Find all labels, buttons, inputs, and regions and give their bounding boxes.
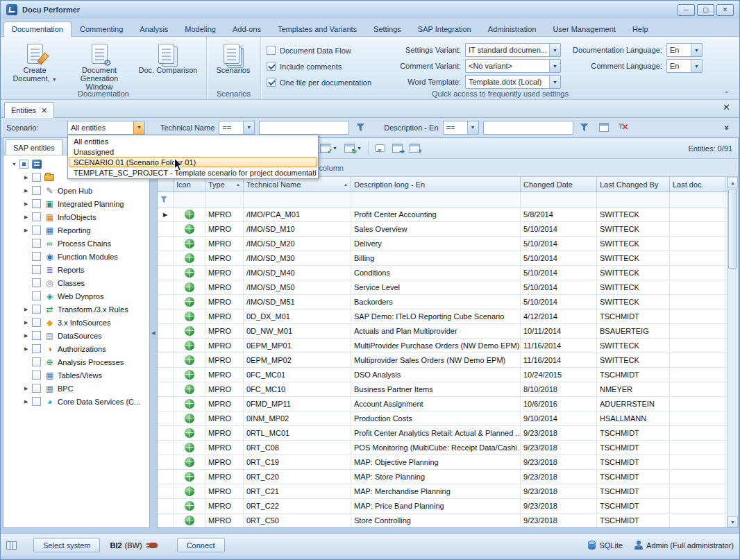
table-row[interactable]: ▶MPRO/IMO/PCA_M01Profit Center Accountin… xyxy=(158,207,727,222)
doc-comparison-button[interactable]: Doc. Comparison xyxy=(135,40,201,77)
expand-arrow-icon[interactable]: ▶ xyxy=(24,228,32,233)
tree-checkbox[interactable] xyxy=(32,212,41,221)
expand-arrow-icon[interactable]: ▶ xyxy=(24,307,32,312)
filter-cell-icon[interactable] xyxy=(174,192,205,207)
scenarios-button[interactable]: Scenarios xyxy=(212,40,254,77)
filter-cell-last-doc[interactable] xyxy=(670,192,725,207)
tree-checkbox[interactable] xyxy=(32,199,41,208)
tree-checkbox[interactable] xyxy=(32,384,41,393)
collapse-ribbon-button[interactable]: ⌃ xyxy=(721,90,732,98)
tree-item-reporting[interactable]: ▶▦Reporting xyxy=(3,223,149,237)
expand-arrow-icon[interactable]: ▶ xyxy=(24,201,32,207)
dropdown-button[interactable]: ▼ xyxy=(549,44,560,56)
connect-button[interactable]: Connect xyxy=(177,538,225,552)
setting-combobox-comment-variant[interactable]: <No variant>▼ xyxy=(465,59,561,73)
table-row[interactable]: MPRO0D_NW_M01Actuals and Plan Multiprovi… xyxy=(158,324,727,339)
table-row[interactable]: MPRO0RT_C21MAP: Merchandise Planning9/23… xyxy=(158,484,727,499)
minimize-button[interactable]: ─ xyxy=(678,4,695,16)
technical-name-filter-button[interactable] xyxy=(353,121,367,135)
setting-combobox-settings-variant[interactable]: IT standard documen...▼ xyxy=(465,43,561,57)
tab-sap-entities[interactable]: SAP entities xyxy=(6,139,62,155)
tree-item-transform-3-x-rules[interactable]: ▶⇄Transform./3.x Rules xyxy=(3,303,149,316)
tree-item-bpc[interactable]: ▶▦BPC xyxy=(3,382,149,395)
expand-arrow-icon[interactable]: ▶ xyxy=(24,214,32,220)
table-row[interactable]: MPRO0FC_MC01DSO Analysis10/24/2015TSCHMI… xyxy=(158,368,727,382)
tree-checkbox[interactable] xyxy=(32,265,41,274)
description-filter-input[interactable] xyxy=(483,121,573,135)
ribbon-tab-help[interactable]: Help xyxy=(624,22,657,37)
filter-cell-type[interactable] xyxy=(205,192,244,207)
ribbon-tab-add-ons[interactable]: Add-ons xyxy=(224,22,269,37)
scenario-dropdown-button[interactable]: ▼ xyxy=(133,121,144,134)
table-row[interactable]: MPRO0FC_MC10Business Partner Items8/10/2… xyxy=(158,382,727,397)
technical-name-operator-combobox[interactable]: == ▼ xyxy=(219,121,255,135)
operator-dropdown-button[interactable]: ▼ xyxy=(467,121,478,134)
ribbon-tab-settings[interactable]: Settings xyxy=(365,22,410,37)
tree-item-3-x-infosources[interactable]: ▶◆3.x InfoSources xyxy=(3,316,149,329)
tree-item-tables-views[interactable]: ▦Tables/Views xyxy=(3,368,149,382)
tree-item-classes[interactable]: ◎Classes xyxy=(3,276,149,289)
table-row[interactable]: MPRO0RT_C50Store Controlling9/23/2018TSC… xyxy=(158,514,727,527)
dropdown-item-template-sc-project-template-scenario-for-project-documentation[interactable]: TEMPLATE_SC_PROJECT - Template scenario … xyxy=(69,167,317,178)
tree-checkbox[interactable] xyxy=(19,160,28,169)
tab-entities[interactable]: Entities ✕ xyxy=(4,102,54,118)
description-operator-combobox[interactable]: == ▼ xyxy=(443,121,479,135)
column-header-technical-name[interactable]: Technical Name▲ xyxy=(244,177,351,192)
tree-item-authorizations[interactable]: ▶◑Authorizations xyxy=(3,342,149,355)
ribbon-tab-administration[interactable]: Administration xyxy=(480,22,545,37)
checkbox-box[interactable] xyxy=(267,46,276,55)
tree-checkbox[interactable] xyxy=(32,173,41,182)
expand-arrow-icon[interactable]: ▶ xyxy=(24,320,32,325)
filter-cell-last-changed-by[interactable] xyxy=(597,192,670,207)
dropdown-button[interactable]: ▼ xyxy=(691,60,702,72)
column-header-type[interactable]: Type▲ xyxy=(205,177,244,192)
tree-item-integrated-planning[interactable]: ▶▣Integrated Planning xyxy=(3,197,149,210)
tree-item-analysis-processes[interactable]: ⊕Analysis Processes xyxy=(3,355,149,368)
expand-arrow-icon[interactable]: ▶ xyxy=(24,386,32,391)
table-row[interactable]: MPRO/IMO/SD_M40Conditions5/10/2014SWITTE… xyxy=(158,266,727,280)
column-header-changed-date[interactable]: Changed Date xyxy=(521,177,597,192)
table-row[interactable]: MPRO0RT_C08POS Monitoring (MultiCube: Re… xyxy=(158,441,727,455)
table-row[interactable]: MPRO/IMO/SD_M10Sales Overview5/10/2014SW… xyxy=(158,222,727,237)
tree-checkbox[interactable] xyxy=(32,226,41,235)
filter-editor-button[interactable] xyxy=(597,121,611,135)
dropdown-item-all-entities[interactable]: All entities xyxy=(69,136,317,146)
table-row[interactable]: MPRO/IMO/SD_M20Delivery5/10/2014SWITTECK xyxy=(158,237,727,251)
table-copy-button[interactable]: + xyxy=(406,141,423,156)
checkbox-box[interactable] xyxy=(267,62,276,71)
table-check-button[interactable]: ✓▼ xyxy=(317,141,341,156)
table-export-button[interactable]: ➔ xyxy=(389,141,406,156)
tree-checkbox[interactable] xyxy=(32,252,41,261)
ribbon-tab-templates-and-variants[interactable]: Templates and Variants xyxy=(269,22,365,37)
tree-checkbox[interactable] xyxy=(32,318,41,327)
tree-checkbox[interactable] xyxy=(32,291,41,300)
filter-cell-technical-name[interactable] xyxy=(244,192,351,207)
setting-combobox-word-template[interactable]: Template.dotx (Local)▼ xyxy=(465,75,561,89)
expand-arrow-icon[interactable]: ▶ xyxy=(24,333,32,339)
table-row[interactable]: MPRO/IMO/SD_M51Backorders5/10/2014SWITTE… xyxy=(158,295,727,309)
scroll-up-button[interactable]: ▲ xyxy=(728,177,738,188)
table-row[interactable]: MPRO/IMO/SD_M50Service Level5/10/2014SWI… xyxy=(158,280,727,295)
tree-checkbox[interactable] xyxy=(32,239,41,248)
ribbon-tab-analysis[interactable]: Analysis xyxy=(131,22,176,37)
operator-dropdown-button[interactable]: ▼ xyxy=(243,121,254,134)
tree-item-core-data-services-c[interactable]: ▶◕Core Data Services (C... xyxy=(3,395,149,408)
comment-bubble-button[interactable] xyxy=(371,141,389,156)
tree-item-open-hub[interactable]: ▶✎Open Hub xyxy=(3,184,149,197)
checkbox-include-comments[interactable]: Include comments xyxy=(267,58,385,74)
collapse-panel-button[interactable]: ◀ xyxy=(151,319,156,347)
table-sync-button[interactable]: ↻▼ xyxy=(341,141,365,156)
setting-combobox-comment-language[interactable]: En▼ xyxy=(666,59,703,73)
column-header-icon[interactable]: Icon xyxy=(174,177,205,192)
filter-cell-changed-date[interactable] xyxy=(521,192,597,207)
tree-item-datasources[interactable]: ▶▤DataSources xyxy=(3,329,149,342)
dropdown-item-unassigned[interactable]: Unassigned xyxy=(69,146,317,157)
ribbon-tab-documentation[interactable]: Documentation xyxy=(3,22,72,37)
close-document-area-button[interactable]: ✕ xyxy=(717,102,736,115)
dropdown-button[interactable]: ▼ xyxy=(549,60,560,72)
tree-checkbox[interactable] xyxy=(32,186,41,195)
tree-checkbox[interactable] xyxy=(32,331,41,340)
clear-filter-button[interactable]: ✕ xyxy=(616,121,630,135)
tree-checkbox[interactable] xyxy=(32,357,41,366)
tree-checkbox[interactable] xyxy=(32,305,41,314)
